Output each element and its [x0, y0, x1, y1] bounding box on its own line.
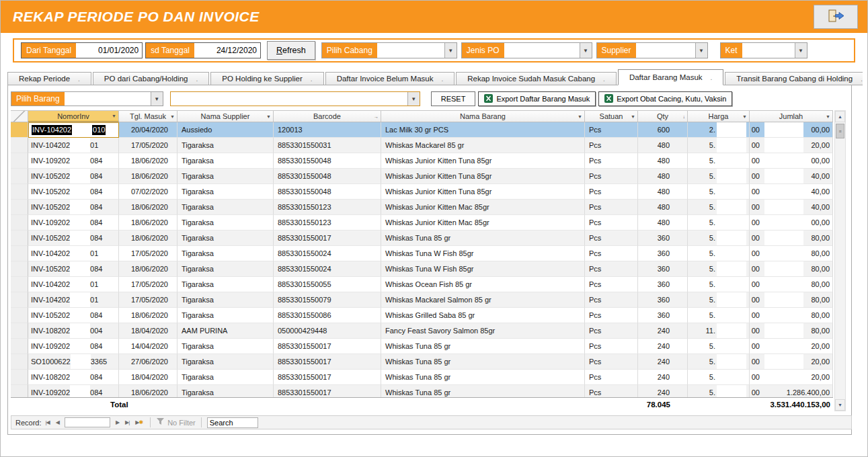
cell-qty[interactable]: 240 — [638, 354, 688, 370]
sd-tanggal-input[interactable] — [194, 43, 260, 58]
cell-satuan[interactable]: Pcs — [585, 277, 638, 292]
cell-barcode[interactable]: 8853301550079 — [274, 292, 381, 308]
record-search-input[interactable] — [207, 417, 258, 428]
table-row[interactable]: INV-10420201020/04/2020Aussiedo120013Lac… — [11, 122, 833, 138]
cell-harga[interactable]: 5.00 — [688, 138, 750, 153]
cell-tgl-masuk[interactable]: 17/05/2020 — [119, 277, 177, 292]
cell-qty[interactable]: 480 — [638, 138, 688, 153]
column-header-satuan[interactable]: Satuan▼ — [585, 111, 638, 122]
exit-button[interactable] — [814, 5, 858, 29]
export-daftar-barang-masuk-button[interactable]: Export Daftar Barang Masuk — [478, 91, 596, 106]
refresh-button[interactable]: Refresh — [267, 41, 315, 60]
cell-tgl-masuk[interactable]: 18/06/2020 — [119, 200, 177, 215]
cell-nama-barang[interactable]: Whiskas Tuna W Fish 85gr — [381, 246, 585, 261]
column-header-nama-barang[interactable]: Nama Barang▼ — [381, 111, 585, 122]
table-row[interactable]: INV-10520208418/06/2020Tigaraksa88533015… — [11, 261, 833, 277]
cell-jumlah[interactable]: 1.286.400,00 — [750, 385, 833, 398]
cell-nama-barang[interactable]: Whiskas Junior Kitten Mac 85gr — [381, 215, 585, 231]
row-selector[interactable] — [11, 138, 28, 153]
cell-qty[interactable]: 360 — [638, 308, 688, 323]
cell-nama-supplier[interactable]: Tigaraksa — [177, 261, 274, 277]
cell-nomorinv[interactable]: INV-105202084 — [28, 308, 119, 323]
cell-qty[interactable]: 240 — [638, 370, 688, 385]
column-header-harga[interactable]: Harga▼ — [688, 111, 750, 122]
cell-jumlah[interactable]: 20,00 — [750, 138, 833, 153]
cell-nama-barang[interactable]: Whiskas Tuna 85 gr — [381, 385, 585, 398]
cell-harga[interactable]: 5.00 — [688, 184, 750, 200]
cell-nomorinv[interactable]: INV-105202084 — [28, 261, 119, 277]
column-menu-icon[interactable]: ▼ — [578, 114, 582, 119]
cell-nama-supplier[interactable]: AAM PURINA — [177, 323, 274, 339]
row-selector[interactable] — [11, 215, 28, 231]
cell-satuan[interactable]: Pcs — [585, 169, 638, 184]
cell-satuan[interactable]: Pcs — [585, 231, 638, 246]
row-selector[interactable] — [11, 339, 28, 354]
row-selector[interactable] — [11, 200, 28, 215]
row-selector[interactable] — [11, 261, 28, 277]
row-selector[interactable] — [11, 169, 28, 184]
cell-barcode[interactable]: 8853301550024 — [274, 261, 381, 277]
cell-qty[interactable]: 480 — [638, 215, 688, 231]
cell-tgl-masuk[interactable]: 17/05/2020 — [119, 292, 177, 308]
cell-qty[interactable]: 360 — [638, 261, 688, 277]
cell-barcode[interactable]: 8853301550017 — [274, 354, 381, 370]
chevron-down-icon[interactable]: ▼ — [695, 43, 707, 58]
table-row[interactable]: INV-1042020117/05/2020Tigaraksa885330155… — [11, 138, 833, 153]
cell-nama-barang[interactable]: Whiskas Tuna 85 gr — [381, 339, 585, 354]
cell-harga[interactable]: 5.00 — [688, 246, 750, 261]
jenis-po-input[interactable] — [504, 43, 580, 58]
cell-tgl-masuk[interactable]: 27/06/2020 — [119, 354, 177, 370]
scrollbar-thumb[interactable]: ≡ — [836, 124, 844, 138]
cell-nomorinv[interactable]: INV-10420201 — [28, 246, 119, 261]
cell-nama-barang[interactable]: Whiskas Tuna 85 gr — [381, 354, 585, 370]
cell-nama-supplier[interactable]: Tigaraksa — [177, 308, 274, 323]
cell-harga[interactable]: 5.00 — [688, 215, 750, 231]
cell-satuan[interactable]: Pcs — [585, 200, 638, 215]
cell-nama-supplier[interactable]: Tigaraksa — [177, 231, 274, 246]
next-record-icon[interactable]: ▶ — [114, 419, 121, 425]
row-selector[interactable] — [11, 308, 28, 323]
cell-qty[interactable]: 480 — [638, 184, 688, 200]
column-menu-icon[interactable]: ▼ — [266, 114, 271, 119]
cell-tgl-masuk[interactable]: 18/04/2020 — [119, 323, 177, 339]
tab-transit-barang-cabang-di-holding[interactable]: Transit Barang Cabang di Holding. — [725, 72, 863, 85]
cell-barcode[interactable]: 120013 — [274, 122, 381, 138]
reset-button[interactable]: RESET — [431, 91, 476, 106]
column-menu-icon[interactable]: ↓ — [683, 114, 686, 119]
cell-nomorinv[interactable]: SO10006223365 — [28, 354, 119, 370]
cell-nama-supplier[interactable]: Tigaraksa — [177, 200, 274, 215]
cell-qty[interactable]: 240 — [638, 339, 688, 354]
chevron-down-icon[interactable]: ▼ — [151, 92, 163, 106]
cell-nama-barang[interactable]: Lac Milk 30 gr PCS — [381, 122, 585, 138]
cell-harga[interactable]: 5.00 — [688, 292, 750, 308]
cell-harga[interactable]: 11.00 — [688, 323, 750, 339]
table-row[interactable]: SO1000622336527/06/2020Tigaraksa88533015… — [11, 354, 833, 370]
row-selector[interactable] — [11, 277, 28, 292]
cell-nomorinv[interactable]: INV-105202084 — [28, 231, 119, 246]
row-selector[interactable] — [11, 246, 28, 261]
cell-qty[interactable]: 240 — [638, 323, 688, 339]
column-header-qty[interactable]: Qty↓ — [638, 111, 688, 122]
cell-tgl-masuk[interactable]: 18/06/2020 — [119, 169, 177, 184]
row-selector[interactable] — [11, 370, 28, 385]
cell-jumlah[interactable]: 40,00 — [750, 169, 833, 184]
cell-jumlah[interactable]: 40,00 — [750, 184, 833, 200]
row-selector[interactable] — [11, 292, 28, 308]
table-row[interactable]: INV-1042020117/05/2020Tigaraksa885330155… — [11, 277, 833, 292]
last-record-icon[interactable]: ▶| — [123, 419, 131, 425]
supplier-input[interactable] — [636, 43, 695, 58]
cell-nama-barang[interactable]: Whiskas Tuna 85 gr — [381, 370, 585, 385]
cell-jumlah[interactable]: 80,00 — [750, 231, 833, 246]
cell-nama-barang[interactable]: Whiskas Mackarel Salmon 85 gr — [381, 292, 585, 308]
scroll-up-icon[interactable]: ▲ — [835, 111, 845, 122]
cell-nomorinv[interactable]: INV-104202010 — [28, 122, 119, 138]
scroll-down-icon[interactable]: ▼ — [835, 399, 845, 411]
new-record-icon[interactable]: ▶✱ — [133, 419, 145, 425]
cell-satuan[interactable]: Pcs — [585, 138, 638, 153]
cell-harga[interactable]: 5.00 — [688, 153, 750, 169]
cell-jumlah[interactable]: 80,00 — [750, 246, 833, 261]
column-header-nomorinv[interactable]: NomorInv▼ — [28, 111, 119, 122]
cell-jumlah[interactable]: 40,00 — [750, 200, 833, 215]
cell-qty[interactable]: 360 — [638, 292, 688, 308]
row-selector[interactable] — [11, 184, 28, 200]
